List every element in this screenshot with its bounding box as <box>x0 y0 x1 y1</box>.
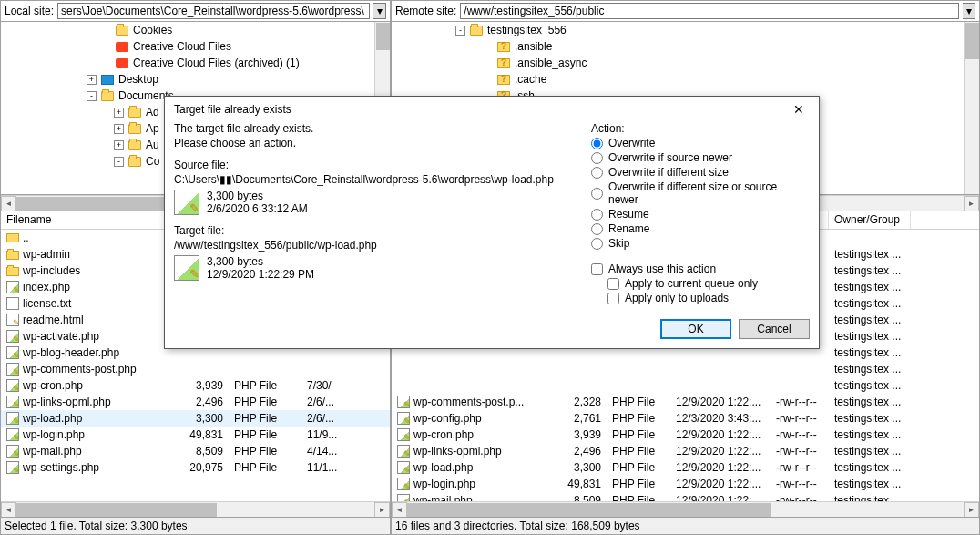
file-row[interactable]: wp-settings.php20,975PHP File11/1... <box>1 459 390 476</box>
remote-path-input[interactable] <box>460 3 959 19</box>
folder-icon <box>115 23 129 37</box>
col-filename[interactable]: Filename <box>1 211 174 229</box>
file-row[interactable]: wp-config.php2,761PHP File12/3/2020 3:43… <box>392 410 979 427</box>
file-icon <box>397 445 410 458</box>
local-files-hscroll[interactable]: ◄► <box>1 501 390 517</box>
file-icon <box>6 330 19 343</box>
local-status: Selected 1 file. Total size: 3,300 bytes <box>1 517 390 534</box>
file-icon <box>6 297 19 310</box>
file-row[interactable]: wp-load.php3,300PHP File2/6/... <box>1 410 390 427</box>
file-row[interactable]: testingsitex ... <box>392 377 979 394</box>
tree-label: .cache <box>515 73 546 86</box>
file-icon <box>6 233 19 242</box>
action-radio[interactable] <box>591 209 603 221</box>
action-radio[interactable] <box>591 238 603 250</box>
folder-icon <box>128 121 142 136</box>
tree-item[interactable]: .ansible <box>392 38 979 55</box>
cloud-icon <box>115 56 129 70</box>
tree-expander[interactable]: + <box>87 75 97 85</box>
tree-expander[interactable]: + <box>114 108 124 118</box>
file-icon <box>6 445 19 458</box>
local-site-bar: Local site: ▾ <box>1 1 390 22</box>
ok-button[interactable]: OK <box>660 319 731 339</box>
dialog-msg2: Please choose an action. <box>174 137 573 149</box>
file-row[interactable]: wp-links-opml.php2,496PHP File12/9/2020 … <box>392 443 979 459</box>
file-icon <box>397 461 410 474</box>
remote-site-bar: Remote site: ▾ <box>392 1 979 22</box>
file-row[interactable]: wp-cron.php3,939PHP File12/9/2020 1:22:.… <box>392 427 979 443</box>
tree-expander[interactable]: + <box>114 140 124 150</box>
action-label: Overwrite <box>608 137 655 149</box>
file-icon <box>6 251 19 260</box>
tree-label: Cookies <box>133 24 172 36</box>
file-row[interactable]: wp-comments-post.php <box>1 361 390 377</box>
file-row[interactable]: wp-links-opml.php2,496PHP File2/6/... <box>1 394 390 410</box>
tree-expander[interactable]: - <box>114 157 124 167</box>
target-file-icon <box>174 255 199 281</box>
always-checkbox[interactable] <box>591 263 603 275</box>
file-icon <box>6 267 19 276</box>
action-radio[interactable] <box>591 152 603 164</box>
file-row[interactable]: wp-login.php49,831PHP File12/9/2020 1:22… <box>392 476 979 492</box>
close-icon[interactable]: ✕ <box>788 102 810 117</box>
local-path-input[interactable] <box>57 3 370 19</box>
folder-q-icon <box>496 39 511 54</box>
folder-icon <box>128 138 142 152</box>
source-date: 2/6/2020 6:33:12 AM <box>207 202 308 215</box>
file-icon <box>6 363 19 376</box>
tree-item[interactable]: Cookies <box>1 22 390 38</box>
apply-queue-checkbox[interactable] <box>607 278 619 290</box>
target-label: Target file: <box>174 224 573 237</box>
file-icon <box>397 478 410 490</box>
col-owner[interactable]: Owner/Group <box>829 211 911 229</box>
tree-item[interactable]: +Desktop <box>1 71 390 87</box>
file-row[interactable]: wp-mail.php8,509PHP File4/14... <box>1 443 390 459</box>
file-row[interactable]: testingsitex ... <box>392 361 979 377</box>
remote-tree-scrollbar[interactable] <box>964 22 979 194</box>
overwrite-dialog: Target file already exists ✕ The target … <box>164 96 820 349</box>
target-size: 3,300 bytes <box>207 255 314 268</box>
dialog-title: Target file already exists <box>174 103 291 116</box>
file-icon <box>6 428 19 441</box>
tree-label: Creative Cloud Files (archived) (1) <box>133 57 300 69</box>
local-path-dropdown[interactable]: ▾ <box>373 3 386 19</box>
file-row[interactable]: wp-cron.php3,939PHP File7/30/ <box>1 377 390 394</box>
file-icon <box>397 412 410 425</box>
action-radio[interactable] <box>591 223 603 235</box>
file-row[interactable]: wp-login.php49,831PHP File11/9... <box>1 427 390 443</box>
action-radio[interactable] <box>591 167 603 179</box>
source-label: Source file: <box>174 159 573 171</box>
folder-icon <box>469 23 484 37</box>
tree-label: .ansible <box>515 40 552 53</box>
file-icon <box>397 396 410 408</box>
remote-path-dropdown[interactable]: ▾ <box>963 3 975 19</box>
file-icon <box>6 379 19 392</box>
remote-files-hscroll[interactable]: ◄► <box>392 501 979 517</box>
file-icon <box>6 346 19 359</box>
tree-label: Ap <box>146 122 159 135</box>
action-radio[interactable] <box>591 138 603 149</box>
tree-item[interactable]: .ansible_async <box>392 55 979 71</box>
remote-site-label: Remote site: <box>395 5 456 17</box>
tree-item[interactable]: Creative Cloud Files (archived) (1) <box>1 55 390 71</box>
tree-expander[interactable]: - <box>87 91 97 101</box>
tree-expander[interactable]: - <box>455 26 465 36</box>
file-icon <box>6 461 19 474</box>
action-label: Resume <box>608 208 649 221</box>
action-radio[interactable] <box>591 188 603 200</box>
tree-label: Co <box>146 155 159 168</box>
file-icon <box>6 412 19 425</box>
tree-item[interactable]: -testingsitex_556 <box>392 22 979 38</box>
folder-q-icon <box>496 72 511 87</box>
file-row[interactable]: wp-comments-post.p...2,328PHP File12/9/2… <box>392 394 979 410</box>
apply-uploads-checkbox[interactable] <box>607 293 619 304</box>
apply-uploads-label: Apply only to uploads <box>625 292 729 304</box>
tree-item[interactable]: Creative Cloud Files <box>1 38 390 55</box>
folder-icon <box>128 154 142 169</box>
file-row[interactable]: wp-load.php3,300PHP File12/9/2020 1:22:.… <box>392 459 979 476</box>
cancel-button[interactable]: Cancel <box>739 319 810 339</box>
tree-item[interactable]: .cache <box>392 71 979 87</box>
tree-expander[interactable]: + <box>114 124 124 134</box>
file-row[interactable]: wp-mail.php8,509PHP File12/9/2020 1:22:.… <box>392 492 979 501</box>
always-label: Always use this action <box>608 262 716 275</box>
